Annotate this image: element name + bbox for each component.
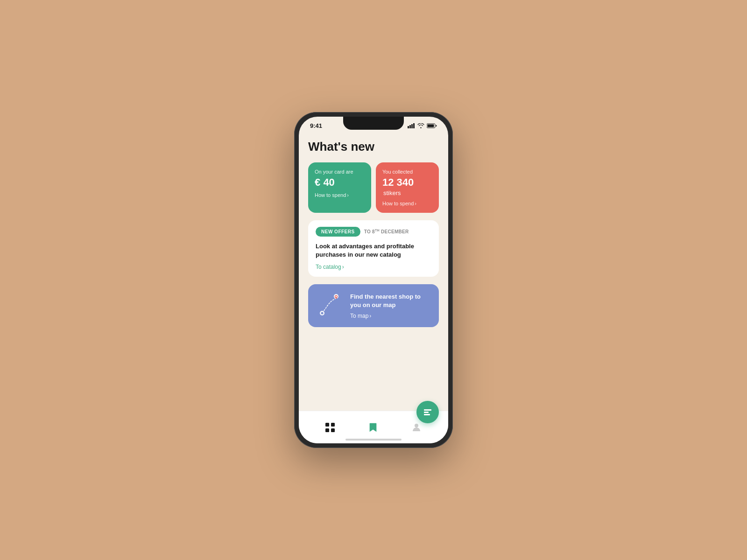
svg-point-7 — [321, 312, 324, 315]
svg-rect-3 — [413, 123, 415, 128]
svg-rect-5 — [428, 125, 434, 127]
map-link[interactable]: To map › — [350, 313, 431, 319]
svg-rect-11 — [331, 423, 335, 427]
bottom-nav — [299, 411, 448, 443]
chevron-right-icon: › — [369, 313, 371, 319]
card-red-unit: stikers — [383, 189, 401, 196]
home-indicator — [345, 439, 402, 441]
signal-icon — [408, 123, 415, 128]
tag-new-offers: NEW OFFERS — [316, 227, 360, 237]
chevron-right-icon: › — [342, 264, 344, 270]
offers-card: NEW OFFERS TO 8TH DECEMBER Look at advan… — [308, 220, 439, 277]
svg-rect-13 — [331, 428, 335, 432]
svg-rect-0 — [408, 126, 409, 128]
tag-date: TO 8TH DECEMBER — [364, 229, 409, 234]
svg-rect-17 — [424, 414, 430, 415]
status-icons — [408, 123, 437, 128]
svg-point-14 — [415, 424, 418, 427]
svg-point-9 — [336, 296, 337, 297]
card-green: On your card are € 40 How to spend › — [308, 162, 371, 213]
notch — [343, 117, 404, 130]
nav-item-profile[interactable] — [411, 422, 422, 433]
map-illustration — [316, 292, 344, 320]
chevron-right-icon: › — [415, 201, 416, 206]
card-green-amount: € 40 — [315, 176, 365, 189]
map-text: Find the nearest shop to you on our map … — [350, 293, 431, 319]
fab-icon — [423, 407, 433, 417]
bookmark-icon — [368, 422, 378, 433]
svg-rect-15 — [424, 409, 431, 411]
nav-item-home[interactable] — [325, 422, 335, 433]
card-green-link[interactable]: How to spend › — [315, 192, 365, 198]
nav-item-offers[interactable] — [368, 422, 378, 433]
offers-tags: NEW OFFERS TO 8TH DECEMBER — [316, 227, 431, 237]
profile-icon — [411, 422, 422, 433]
phone-screen: 9:41 — [299, 117, 448, 443]
phone-frame: 9:41 — [294, 112, 453, 448]
fab-button[interactable] — [416, 401, 439, 423]
card-red-link[interactable]: How to spend › — [382, 201, 432, 206]
svg-rect-16 — [424, 412, 429, 413]
main-content: What's new On your card are € 40 How to … — [299, 132, 448, 411]
page-title: What's new — [308, 140, 439, 154]
card-red: You collected 12 340 stikers How to spen… — [376, 162, 439, 213]
svg-rect-12 — [325, 428, 329, 432]
map-card: Find the nearest shop to you on our map … — [308, 284, 439, 327]
status-time: 9:41 — [310, 122, 322, 129]
battery-icon — [427, 123, 437, 128]
svg-rect-1 — [409, 125, 411, 128]
cards-row: On your card are € 40 How to spend › You… — [308, 162, 439, 213]
grid-icon — [325, 422, 335, 433]
card-green-label: On your card are — [315, 169, 365, 175]
card-red-amount: 12 340 — [382, 176, 414, 188]
map-title: Find the nearest shop to you on our map — [350, 293, 431, 309]
card-red-label: You collected — [382, 169, 432, 175]
svg-rect-2 — [411, 124, 413, 128]
offers-link[interactable]: To catalog › — [316, 264, 431, 270]
card-green-currency: € — [315, 176, 320, 188]
svg-rect-10 — [325, 423, 329, 427]
card-red-amount-row: 12 340 stikers — [382, 176, 432, 197]
chevron-right-icon: › — [347, 192, 349, 198]
wifi-icon — [417, 123, 424, 128]
offers-title: Look at advantages and profitable purcha… — [316, 242, 431, 259]
